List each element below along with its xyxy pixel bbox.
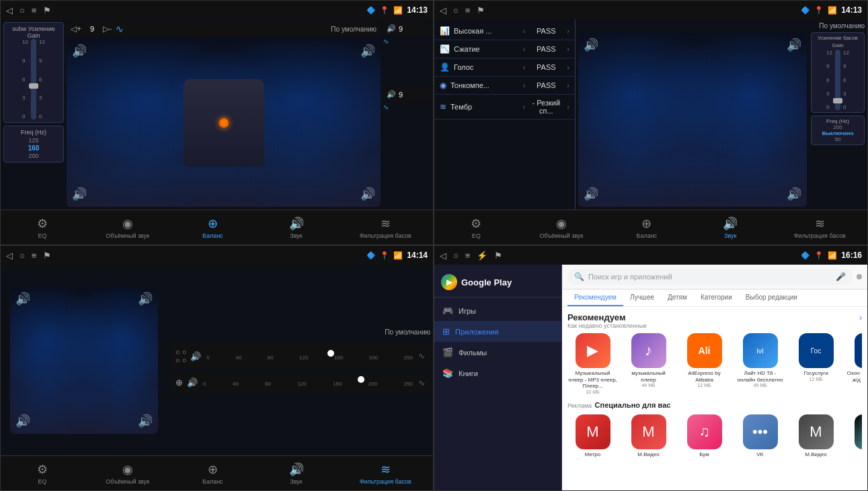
gain2-thumb[interactable] [833,98,842,103]
eq-tone-arrow-right[interactable]: › [567,81,569,89]
nav3-filter[interactable]: ≋ Фильтрация басов [360,462,411,485]
nav-surround[interactable]: ◉ Объёмный звук [106,216,149,239]
tab-editors-choice[interactable]: Выбор редакции [739,289,804,306]
flag4-icon[interactable]: ⚑ [494,251,502,261]
freq-val-2[interactable]: 160 [28,144,40,152]
eq-row-tone[interactable]: ◉ Тонкомпе... ‹ PASS › [434,77,575,95]
app-card-mvideo2[interactable]: М М.Видео [791,414,841,458]
p3-speaker-br: 🔊 [138,414,153,429]
gplay-title: Google Play [461,277,512,287]
app-card-gos[interactable]: Гос Госуслуги 12 МБ [791,333,841,394]
nav3-sound[interactable]: 🔊 Звук [276,462,317,485]
mic-icon[interactable]: 🎤 [836,272,846,281]
sidebar-menu-games[interactable]: 🎮 Игры [434,300,561,321]
apps-row-1: ▶ Музыкальный плеер - MP3 плеер, Плеер..… [567,333,862,394]
tab-categories[interactable]: Категории [694,289,739,306]
vk-app-name: VK [756,451,764,458]
nav3-surround[interactable]: ◉ Объёмный звук [106,462,149,485]
center-area: ◁+ 9 ▷- ∿ По умолчанию 🔊 🔊 🔊 🔊 [67,22,381,207]
app-card-mvideo[interactable]: М М.Видео [623,414,674,458]
slider2-thumb[interactable] [358,376,364,383]
nav2-filter[interactable]: ≋ Фильтрация басов [794,216,846,239]
nav2-balance-label: Баланс [636,232,657,239]
gain2-slider[interactable] [835,50,840,110]
circle3-icon[interactable]: ○ [19,251,25,261]
app-card-boom[interactable]: ♫ Бум [679,414,729,458]
back4-icon[interactable]: ◁ [440,251,446,261]
menu2-icon[interactable]: ≡ [465,5,471,15]
oz-app-name: Озон: товары, авиа, ж/д билеты, К... [846,370,862,383]
freq2-val-1: 200 [814,124,862,130]
nav3-balance[interactable]: ⊕ Баланс [192,462,233,485]
tab-recommend[interactable]: Рекомендуем [567,289,623,306]
eq-row-timbre[interactable]: ≋ Тембр ‹ - Резкий сп... › [434,95,575,120]
seat-shape [184,79,264,167]
app-card-vk[interactable]: ••• VK [735,414,785,458]
nav3-eq[interactable]: ⚙ EQ [22,462,63,485]
circle2-icon[interactable]: ○ [453,5,459,15]
panel-sound-filter: ◁ ○ ≡ ⚑ 🔷 📍 📶 14:14 🔊 🔊 🔊 🔊 По умолча [0,245,434,491]
metro-app-name: Метро [585,451,601,458]
circle4-icon[interactable]: ○ [453,251,459,261]
eq-timbre-arrow-right[interactable]: › [567,103,569,111]
sidebar-menu-movies[interactable]: 🎬 Фильмы [434,342,561,363]
app-card-tiktok[interactable]: ♪ TikTok [846,414,862,458]
app-card-ali[interactable]: Ali AliExpress by Alibaba 12 МБ [679,333,729,394]
eq-timbre-arrow-left[interactable]: ‹ [523,103,526,111]
back3-icon[interactable]: ◁ [6,251,13,261]
wave-icon: ∿ [116,24,124,34]
app-card-music2[interactable]: ♪ музыкальный плеер 44 МБ [623,333,674,394]
slider1-thumb[interactable] [327,350,334,357]
slider-group-1: ○ ○○ ○ 🔊 0 40 80 120 160 [170,344,430,368]
app-card-oz[interactable]: OZ Озон: товары, авиа, ж/д билеты, К... … [846,333,862,394]
flag2-icon[interactable]: ⚑ [477,5,485,15]
sidebar-menu-apps[interactable]: ⊞ Приложения [434,321,561,342]
gain-slider-thumb[interactable] [29,83,38,89]
flag3-icon[interactable]: ⚑ [43,251,51,261]
nav-eq[interactable]: ⚙ EQ [22,216,63,239]
flag-icon[interactable]: ⚑ [43,5,51,15]
eq-high-arrow-right[interactable]: › [567,27,569,35]
menu4-icon[interactable]: ≡ [465,251,471,261]
sidebar-menu-books[interactable]: 📚 Книги [434,363,561,384]
menu3-icon[interactable]: ≡ [32,251,37,261]
vol-plus-btn[interactable]: ▷- [103,24,112,34]
eq-timbre-icon: ≋ [440,102,446,111]
nav2-surround[interactable]: ◉ Объёмный звук [540,216,584,239]
eq-row-voice[interactable]: 👤 Голос ‹ PASS › [434,58,575,77]
default-button[interactable]: По умолчанию [331,26,377,33]
nav2-eq[interactable]: ⚙ EQ [456,216,496,239]
nav2-sound[interactable]: 🔊 Звук [710,216,750,239]
app-card-ivi[interactable]: ivi Лайт HD T8 - онлайн бесплатно 49 МБ [735,333,785,394]
app-card-metro[interactable]: M Метро [567,414,618,458]
gplay-sidebar: ▶ Google Play 🎮 Игры ⊞ Приложения 🎬 Филь… [434,265,562,490]
back2-icon[interactable]: ◁ [440,5,446,15]
menu-icon[interactable]: ≡ [32,5,37,15]
wifi3-icon: 📶 [393,251,403,260]
eq-high-arrow-left[interactable]: ‹ [523,27,526,35]
back-icon[interactable]: ◁ [6,5,13,15]
nav-balance[interactable]: ⊕ Баланс [192,216,233,239]
games-label: Игры [459,307,476,315]
eq-row-high[interactable]: 📊 Высокая ... ‹ PASS › [434,22,575,40]
section1-arrow[interactable]: › [859,313,862,322]
eq-compress-arrow-right[interactable]: › [567,45,569,53]
search-box[interactable]: 🔍 Поиск игр и приложений 🎤 [567,269,853,285]
tab-kids[interactable]: Детям [661,289,694,306]
nav-filter[interactable]: ≋ Фильтрация басов [360,216,411,239]
oz-app-icon: OZ [855,333,863,368]
eq-voice-arrow-right[interactable]: › [567,63,569,71]
app-card-music[interactable]: ▶ Музыкальный плеер - MP3 плеер, Плеер..… [567,333,618,394]
nav-sound[interactable]: 🔊 Звук [276,216,317,239]
vol-minus-btn[interactable]: ◁+ [71,24,81,34]
gain-slider-track[interactable] [31,39,36,120]
circle-icon[interactable]: ○ [19,5,25,15]
eq-tone-arrow-left[interactable]: ‹ [523,81,526,89]
tab-best[interactable]: Лучшее [623,289,661,306]
nav3-filter-label: Фильтрация басов [360,478,411,485]
eq-voice-arrow-left[interactable]: ‹ [523,63,526,71]
nav2-balance[interactable]: ⊕ Баланс [627,216,667,239]
bluetooth-icon: 🔷 [366,6,376,15]
eq-row-compress[interactable]: 📉 Сжатие ‹ PASS › [434,40,575,58]
eq-compress-arrow-left[interactable]: ‹ [523,45,526,53]
